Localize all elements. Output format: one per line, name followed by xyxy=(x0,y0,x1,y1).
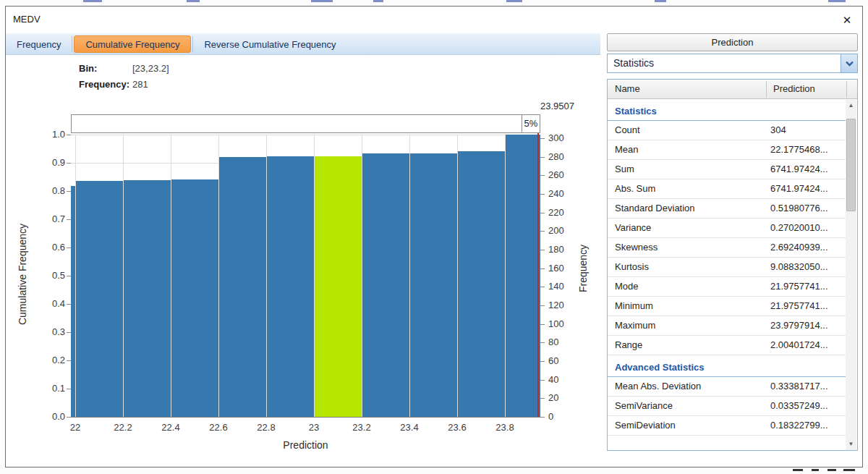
y-axis-tick-mark xyxy=(67,332,71,333)
y-axis-tick-label: 0.9 xyxy=(36,157,65,168)
y2-axis-tick-mark xyxy=(540,250,545,250)
y-axis-tick-mark xyxy=(67,389,71,389)
y2-axis-tick-label: 240 xyxy=(548,188,564,199)
table-row[interactable]: SemiVariance0.03357249... xyxy=(608,397,846,416)
section-title: Statistics xyxy=(608,99,846,121)
y2-axis-tick-mark xyxy=(540,287,545,287)
histogram-bar[interactable] xyxy=(410,153,457,417)
table-row[interactable]: Sum6741.97424... xyxy=(608,160,846,179)
histogram-bar[interactable] xyxy=(219,157,266,417)
table-row[interactable]: Minimum21.9757741... xyxy=(608,297,846,316)
y2-axis-tick-label: 180 xyxy=(548,244,564,255)
y-axis-title: Cumulative Frequency xyxy=(17,213,28,336)
range-selector-strip[interactable] xyxy=(71,114,540,133)
scrollbar-thumb[interactable] xyxy=(846,119,856,211)
stat-value: 6741.97424... xyxy=(770,183,828,194)
histogram-bar[interactable] xyxy=(71,186,75,417)
stat-value: 0.51980776... xyxy=(770,203,828,213)
chevron-down-icon[interactable] xyxy=(841,54,857,72)
y-axis-tick-label: 0.5 xyxy=(36,270,65,281)
y-axis-tick-mark xyxy=(67,304,71,305)
scroll-up-icon[interactable]: ▲ xyxy=(846,100,856,111)
table-row[interactable]: SemiDeviation0.18322799... xyxy=(608,416,846,436)
y2-axis-tick-mark xyxy=(540,157,545,158)
histogram-bar[interactable] xyxy=(171,179,218,417)
table-row[interactable]: Maximum23.9797914... xyxy=(608,316,846,336)
histogram-bar[interactable] xyxy=(458,151,505,417)
x-axis-tick-label: 22.2 xyxy=(109,422,137,433)
histogram-bar[interactable] xyxy=(506,135,540,417)
y2-axis-tick-label: 300 xyxy=(548,132,564,143)
stat-name: Mode xyxy=(615,281,639,292)
y-axis-tick-label: 0.1 xyxy=(36,383,65,394)
y2-axis-tick-mark xyxy=(540,324,545,325)
scrollbar[interactable]: ▲ ▼ xyxy=(846,100,856,450)
dropdown-value: Statistics xyxy=(613,57,654,69)
percentile-line[interactable] xyxy=(537,114,539,417)
table-row[interactable]: Skewness2.69240939... xyxy=(608,238,846,258)
stat-name: Abs. Sum xyxy=(615,183,655,194)
table-row[interactable]: Count304 xyxy=(608,121,846,140)
statistics-dropdown[interactable]: Statistics xyxy=(607,54,858,73)
y-axis-tick-mark xyxy=(67,219,71,220)
y2-axis-tick-label: 80 xyxy=(548,337,558,347)
y-axis-tick-mark xyxy=(67,191,71,192)
gridline-horizontal xyxy=(71,135,540,135)
scroll-down-icon[interactable]: ▼ xyxy=(846,439,856,450)
x-axis-tick-label: 23.4 xyxy=(395,422,424,433)
table-row[interactable]: Mode21.9757741... xyxy=(608,277,846,297)
y2-axis-tick-mark xyxy=(540,361,545,362)
stat-name: Standard Deviation xyxy=(615,203,695,213)
table-row[interactable]: Variance0.27020010... xyxy=(608,219,846,238)
stat-value: 21.9757741... xyxy=(770,281,828,292)
stat-name: Maximum xyxy=(615,320,655,331)
y2-axis-tick-mark xyxy=(540,305,545,306)
y2-axis-tick-mark xyxy=(540,194,545,195)
histogram-bar[interactable] xyxy=(76,181,123,417)
panel-header-prediction[interactable]: Prediction xyxy=(607,33,858,51)
cumulative-frequency-histogram: 5%23.95070.00.10.20.30.40.50.60.70.80.91… xyxy=(6,7,600,468)
close-icon[interactable]: ✕ xyxy=(838,12,856,28)
y2-axis-tick-mark xyxy=(540,138,545,139)
y-axis-tick-label: 0.6 xyxy=(36,242,65,253)
histogram-bar[interactable] xyxy=(267,156,314,417)
y-axis-tick-label: 0.4 xyxy=(36,298,65,309)
stat-name: Sum xyxy=(615,164,634,174)
table-row[interactable]: Range2.00401724... xyxy=(608,336,846,355)
y2-axis-tick-label: 60 xyxy=(548,355,558,366)
y2-axis-tick-label: 220 xyxy=(548,207,564,218)
x-axis-tick-label: 22 xyxy=(61,422,90,433)
y-axis-tick-mark xyxy=(67,163,71,164)
stat-value: 0.33381717... xyxy=(770,381,828,392)
x-axis-tick-label: 22.8 xyxy=(252,422,281,433)
table-row[interactable]: Abs. Sum6741.97424... xyxy=(608,179,846,199)
y2-axis-tick-label: 100 xyxy=(548,318,564,329)
stat-value: 2.69240939... xyxy=(770,242,828,253)
column-divider xyxy=(766,81,767,98)
table-row[interactable]: Mean22.1775468... xyxy=(608,140,846,160)
table-row[interactable]: Kurtosis9.08832050... xyxy=(608,258,846,277)
stat-name: Mean Abs. Deviation xyxy=(615,381,701,392)
range-selector-handle[interactable]: 5% xyxy=(522,114,540,133)
stat-name: SemiDeviation xyxy=(615,420,676,431)
y2-axis-tick-label: 200 xyxy=(548,225,564,236)
y-axis-tick-label: 0.3 xyxy=(36,326,65,337)
y2-axis-tick-label: 280 xyxy=(548,151,564,162)
histogram-bar-highlighted[interactable] xyxy=(315,156,362,417)
y2-axis-title: Frequency xyxy=(577,242,589,295)
histogram-bar[interactable] xyxy=(124,180,171,417)
y-axis-tick-mark xyxy=(67,247,71,248)
table-row[interactable]: Standard Deviation0.51980776... xyxy=(608,199,846,219)
y2-axis-tick-mark xyxy=(540,380,545,381)
x-axis-tick-label: 23.6 xyxy=(443,422,472,433)
column-header-prediction[interactable]: Prediction xyxy=(766,80,846,99)
y-axis-tick-mark xyxy=(67,360,71,361)
histogram-bar[interactable] xyxy=(362,153,409,417)
table-row[interactable]: Mean Abs. Deviation0.33381717... xyxy=(608,377,846,397)
stat-name: Kurtosis xyxy=(615,261,649,272)
stat-value: 304 xyxy=(770,124,786,135)
y2-axis-tick-mark xyxy=(540,175,545,176)
column-header-name[interactable]: Name xyxy=(608,80,766,99)
stat-value: 21.9757741... xyxy=(770,300,828,311)
stat-name: SemiVariance xyxy=(615,400,673,411)
